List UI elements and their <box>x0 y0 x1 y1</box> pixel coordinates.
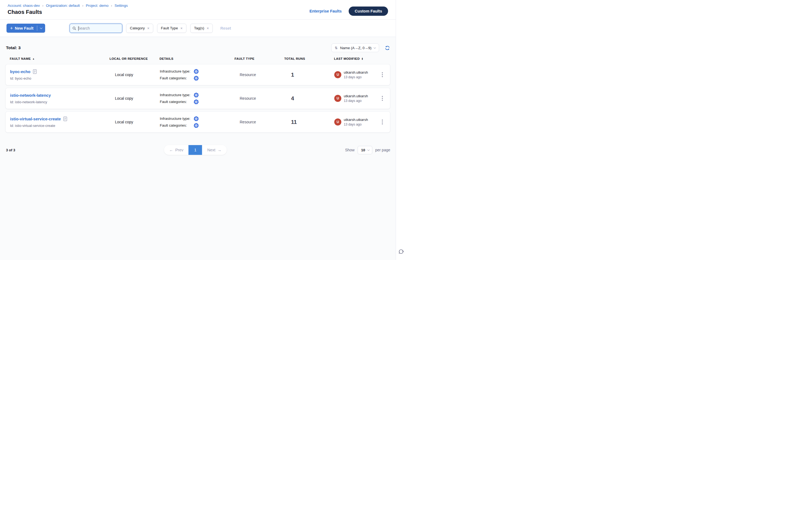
chat-bubble-icon <box>398 249 404 255</box>
search-icon <box>72 26 76 30</box>
table-row: byoc-echo Id: byoc-echo Local copy <box>5 64 390 85</box>
copy-id-button[interactable] <box>33 69 37 74</box>
filter-chip-label: Tag(s) <box>194 26 204 30</box>
kubernetes-icon <box>194 99 199 105</box>
total-count: Total: 3 <box>5 45 21 50</box>
pager: ← Prev 1 Next → <box>164 145 227 155</box>
breadcrumb-separator-icon: › <box>111 3 112 8</box>
breadcrumb-project[interactable]: Project: demo <box>86 3 108 8</box>
plus-icon: + <box>10 26 13 31</box>
page-size-value: 10 <box>361 148 365 152</box>
filter-chip-category[interactable]: Category × <box>126 24 153 33</box>
modified-at: 13 days ago <box>344 75 368 79</box>
sort-dropdown-value: Name (A→Z, 0→9) <box>340 46 372 50</box>
chevron-down-icon <box>374 46 376 48</box>
copy-id-button[interactable] <box>63 116 67 121</box>
breadcrumb-organization[interactable]: Organization: default <box>46 3 80 8</box>
scrollbar-gutter <box>396 0 406 260</box>
kubernetes-icon <box>194 123 199 128</box>
kubernetes-icon <box>194 69 199 74</box>
column-header-details: DETAILS <box>159 57 234 60</box>
sort-updown-icon: ⇅ <box>335 46 338 50</box>
fault-categories-label: Fault categories: <box>160 123 194 127</box>
fault-name-link[interactable]: istio-virtual-service-create <box>10 116 61 121</box>
fault-type-value: Resource <box>235 96 284 101</box>
breadcrumb-separator-icon: › <box>82 3 83 8</box>
kubernetes-icon <box>194 116 199 122</box>
local-or-reference-value: Local copy <box>110 120 160 124</box>
pagination-summary: 3 of 3 <box>5 148 15 152</box>
filter-chip-label: Category <box>130 26 145 30</box>
per-page-label: per page <box>375 148 390 152</box>
infrastructure-type-label: Infrastructure type: <box>160 93 194 97</box>
filter-chip-fault-type[interactable]: Fault Type × <box>157 24 186 33</box>
page-number-button[interactable]: 1 <box>188 145 202 155</box>
tab-custom-faults[interactable]: Custom Faults <box>349 6 388 16</box>
next-page-button[interactable]: Next → <box>202 145 227 155</box>
close-icon[interactable]: × <box>206 26 209 30</box>
fault-type-value: Resource <box>235 73 284 77</box>
new-fault-dropdown-button[interactable] <box>37 24 45 33</box>
chevron-down-icon <box>40 26 43 29</box>
fault-categories-label: Fault categories: <box>160 76 194 80</box>
support-chat-button[interactable] <box>398 249 404 256</box>
row-menu-button[interactable] <box>380 118 384 126</box>
arrow-right-icon: → <box>218 148 222 152</box>
copy-icon <box>63 116 67 121</box>
fault-id: Id: byoc-echo <box>10 76 110 80</box>
new-fault-split-button: + New Fault <box>6 24 45 33</box>
kubernetes-icon <box>194 76 199 81</box>
tab-enterprise-faults[interactable]: Enterprise Faults <box>309 9 341 13</box>
column-header-fault-name[interactable]: FAULT NAME ▲ <box>10 57 109 60</box>
chaos-faults-page: Account: chaos-dev › Organization: defau… <box>0 0 406 260</box>
kubernetes-icon <box>194 93 199 98</box>
local-or-reference-value: Local copy <box>110 96 160 101</box>
search-input[interactable] <box>78 26 120 30</box>
refresh-button[interactable] <box>384 45 390 51</box>
table-row: istio-virtual-service-create Id: istio-v… <box>5 111 390 133</box>
sort-both-icon: ▲ ▼ <box>361 57 363 60</box>
column-header-fault-type: FAULT TYPE <box>234 57 284 60</box>
content-area: Total: 3 ⇅ Name (A→Z, 0→9) <box>0 37 396 260</box>
close-icon[interactable]: × <box>147 26 150 30</box>
table-row: istio-network-latency Id: istio-network-… <box>5 88 390 109</box>
breadcrumb-separator-icon: › <box>43 3 44 8</box>
breadcrumb-settings[interactable]: Settings <box>115 3 128 8</box>
new-fault-label: New Fault <box>15 26 33 30</box>
sort-ascending-icon: ▲ <box>32 58 34 60</box>
column-header-total-runs: TOTAL RUNS <box>284 57 334 60</box>
column-header-last-modified[interactable]: LAST MODIFIED ▲ ▼ <box>334 57 377 60</box>
page-title: Chaos Faults <box>8 9 128 15</box>
fault-type-value: Resource <box>235 120 284 124</box>
fault-id: Id: istio-virtual-service-create <box>10 124 110 128</box>
new-fault-button[interactable]: + New Fault <box>6 24 37 33</box>
total-runs-value: 4 <box>284 95 334 102</box>
fault-id: Id: istio-network-latency <box>10 100 110 104</box>
fault-name-link[interactable]: byoc-echo <box>10 69 30 74</box>
prev-page-button[interactable]: ← Prev <box>164 145 188 155</box>
page-size-dropdown[interactable]: 10 <box>358 146 372 154</box>
toolbar: + New Fault Category × <box>0 20 396 37</box>
fault-name-link[interactable]: istio-network-latency <box>10 93 51 98</box>
arrow-left-icon: ← <box>169 148 173 152</box>
infrastructure-type-label: Infrastructure type: <box>160 69 194 73</box>
row-menu-button[interactable] <box>380 71 384 79</box>
column-header-local-or-reference: LOCAL OR REFERENCE <box>109 57 159 60</box>
local-or-reference-value: Local copy <box>110 73 160 77</box>
table-header-row: FAULT NAME ▲ LOCAL OR REFERENCE DETAILS … <box>5 57 390 60</box>
infrastructure-type-label: Infrastructure type: <box>160 116 194 121</box>
close-icon[interactable]: × <box>180 26 183 30</box>
modified-by: utkarsh.utkarsh <box>344 70 368 74</box>
total-runs-value: 1 <box>284 72 334 78</box>
breadcrumb-account[interactable]: Account: chaos-dev <box>8 3 40 8</box>
sort-dropdown[interactable]: ⇅ Name (A→Z, 0→9) <box>331 44 379 52</box>
avatar: U <box>334 119 341 126</box>
avatar: U <box>334 71 341 78</box>
filter-chip-tags[interactable]: Tag(s) × <box>190 24 213 33</box>
breadcrumb: Account: chaos-dev › Organization: defau… <box>8 3 128 8</box>
filter-chip-label: Fault Type <box>161 26 178 30</box>
row-menu-button[interactable] <box>380 94 384 102</box>
reset-filters-button[interactable]: Reset <box>220 26 231 30</box>
chevron-down-icon <box>367 148 369 151</box>
search-box <box>70 24 122 33</box>
